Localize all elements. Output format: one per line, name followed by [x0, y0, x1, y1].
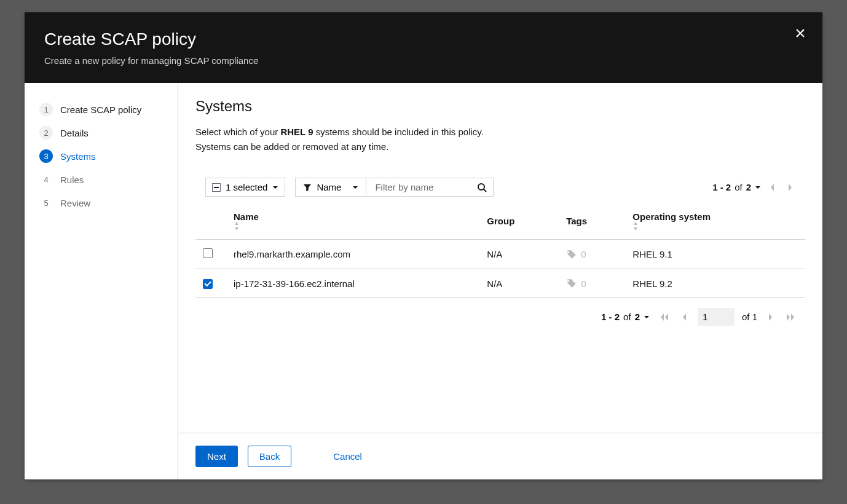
cell-group: N/A	[479, 269, 559, 298]
wizard-footer: Next Back Cancel	[178, 433, 822, 479]
step-number: 1	[39, 103, 53, 116]
cell-name: rhel9.markarth.example.com	[226, 240, 479, 269]
caret-down-icon	[755, 184, 761, 191]
tag-icon	[566, 249, 577, 260]
checkbox-mixed-icon	[212, 183, 221, 192]
row-checkbox[interactable]	[203, 279, 213, 289]
next-page-button-bottom	[765, 310, 776, 324]
pagination-options-bottom[interactable]: 1 - 2 of 2	[601, 312, 650, 322]
table-row: rhel9.markarth.example.com N/A 0 RHEL 9.…	[195, 240, 805, 269]
wizard-step-review[interactable]: 5 Review	[30, 191, 173, 215]
prev-page-button-bottom	[679, 310, 690, 324]
step-label: Details	[60, 128, 89, 138]
close-icon	[795, 28, 806, 39]
modal-title: Create SCAP policy	[44, 30, 803, 49]
chevron-right-icon	[787, 183, 793, 192]
next-page-button	[784, 181, 795, 194]
wizard-nav: 1 Create SCAP policy 2 Details 3 Systems…	[25, 83, 178, 479]
tag-icon	[566, 278, 577, 289]
selected-count-label: 1 selected	[226, 182, 267, 192]
cell-group: N/A	[479, 240, 559, 269]
modal-subtitle: Create a new policy for managing SCAP co…	[44, 55, 803, 66]
chevron-left-icon	[682, 313, 688, 321]
page-of-label: of 1	[742, 312, 757, 322]
step-number: 2	[39, 126, 53, 140]
chevron-left-icon	[770, 183, 776, 192]
row-checkbox[interactable]	[203, 248, 213, 258]
filter-by-name-input[interactable]	[372, 178, 477, 196]
main-panel: Systems Select which of your RHEL 9 syst…	[178, 83, 822, 479]
wizard-step-details[interactable]: 2 Details	[30, 121, 173, 144]
step-label: Create SCAP policy	[60, 104, 141, 115]
filter-group: Name	[295, 178, 494, 197]
step-label: Systems	[60, 151, 96, 162]
step-label: Review	[60, 198, 90, 208]
step-number: 4	[39, 173, 53, 186]
modal-body: 1 Create SCAP policy 2 Details 3 Systems…	[25, 83, 822, 479]
svg-point-0	[478, 184, 484, 190]
filter-input-wrap	[366, 178, 494, 197]
filter-attr-label: Name	[317, 182, 341, 192]
close-button[interactable]	[793, 26, 808, 41]
bulk-select-dropdown[interactable]: 1 selected	[205, 178, 285, 197]
next-button[interactable]: Next	[195, 446, 238, 467]
col-tags: Tags	[559, 203, 625, 240]
caret-down-icon	[644, 314, 650, 320]
wizard-step-create[interactable]: 1 Create SCAP policy	[30, 98, 173, 121]
step-number: 5	[39, 196, 53, 210]
step-label: Rules	[60, 175, 84, 185]
last-page-button	[783, 310, 798, 324]
caret-down-icon	[352, 184, 358, 191]
search-icon[interactable]	[477, 183, 487, 192]
pagination-bottom: 1 - 2 of 2 of 1	[195, 298, 805, 336]
page-number-input[interactable]	[698, 308, 735, 326]
cancel-button[interactable]: Cancel	[326, 446, 369, 467]
cell-tags: 0	[559, 240, 625, 269]
prev-page-button	[767, 181, 778, 194]
cell-tags: 0	[559, 269, 625, 298]
double-chevron-left-icon	[660, 313, 669, 321]
first-page-button	[657, 310, 672, 324]
create-scap-policy-modal: Create SCAP policy Create a new policy f…	[25, 12, 822, 479]
page-description: Select which of your RHEL 9 systems shou…	[195, 125, 805, 154]
step-number: 3	[39, 149, 53, 163]
table-row: ip-172-31-39-166.ec2.internal N/A 0 RHEL…	[195, 269, 805, 298]
col-name[interactable]: Name	[226, 203, 479, 240]
wizard-step-systems[interactable]: 3 Systems	[30, 144, 173, 168]
cell-os: RHEL 9.1	[625, 240, 805, 269]
cell-os: RHEL 9.2	[625, 269, 805, 298]
toolbar: 1 selected Name	[195, 171, 805, 203]
wizard-step-rules[interactable]: 4 Rules	[30, 168, 173, 191]
sort-icon	[632, 222, 798, 230]
modal-header: Create SCAP policy Create a new policy f…	[25, 12, 822, 83]
col-group: Group	[479, 203, 559, 240]
pagination-options[interactable]: 1 - 2 of 2	[712, 182, 761, 192]
chevron-right-icon	[767, 313, 773, 321]
pagination-top: 1 - 2 of 2	[712, 181, 795, 194]
systems-table: Name Group Tags Operating system	[195, 203, 805, 298]
page-title: Systems	[195, 98, 805, 115]
cell-name: ip-172-31-39-166.ec2.internal	[226, 269, 479, 298]
double-chevron-right-icon	[786, 313, 795, 321]
back-button[interactable]: Back	[248, 446, 291, 467]
filter-attribute-dropdown[interactable]: Name	[295, 178, 366, 197]
sort-icon	[234, 222, 472, 230]
col-os[interactable]: Operating system	[625, 203, 805, 240]
content: Systems Select which of your RHEL 9 syst…	[178, 83, 822, 433]
caret-down-icon	[272, 184, 278, 191]
filter-icon	[303, 183, 312, 192]
